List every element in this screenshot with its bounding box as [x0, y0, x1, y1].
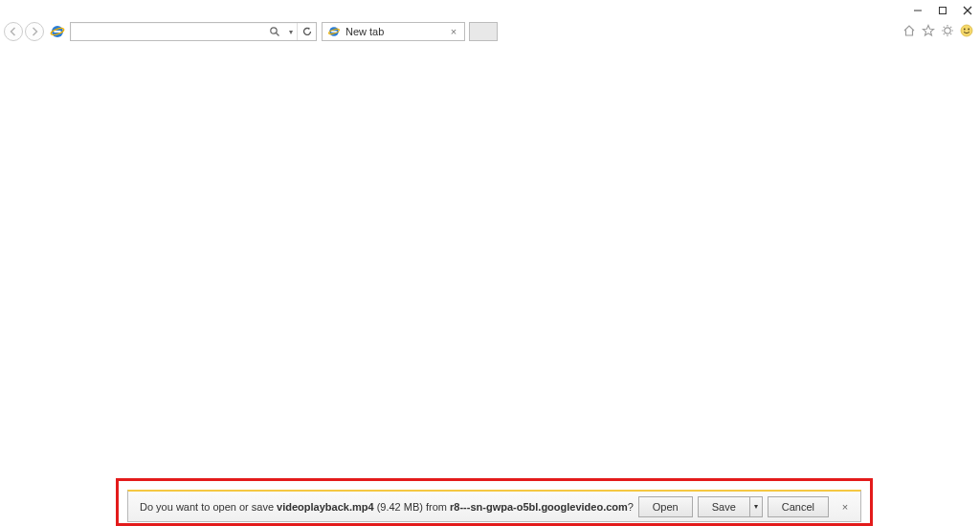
forward-button[interactable]	[25, 22, 44, 41]
new-tab-button[interactable]	[469, 22, 498, 41]
svg-point-22	[964, 29, 966, 31]
notify-size: (9.42 MB)	[374, 501, 426, 513]
tab-close-button[interactable]: ×	[447, 25, 460, 38]
back-button[interactable]	[4, 22, 23, 41]
download-message: Do you want to open or save videoplaybac…	[140, 501, 638, 513]
svg-rect-6	[55, 31, 61, 33]
favorites-icon[interactable]	[921, 23, 936, 38]
browser-tab[interactable]: New tab ×	[322, 22, 465, 41]
notify-pre: Do you want to open or save	[140, 501, 277, 513]
cancel-button[interactable]: Cancel	[768, 496, 829, 517]
annotation-highlight-box: Do you want to open or save videoplaybac…	[116, 478, 873, 526]
tab-favicon-icon	[326, 24, 342, 39]
download-notification-bar: Do you want to open or save videoplaybac…	[127, 490, 861, 522]
search-icon[interactable]	[264, 26, 285, 37]
svg-point-23	[968, 29, 969, 31]
svg-point-12	[945, 28, 950, 33]
smiley-icon[interactable]	[959, 23, 974, 38]
svg-line-20	[950, 27, 951, 28]
svg-rect-11	[331, 31, 337, 33]
save-button-group: Save ▾	[698, 496, 763, 517]
tools-icon[interactable]	[940, 23, 955, 38]
svg-line-17	[944, 27, 945, 28]
maximize-button[interactable]	[930, 0, 955, 21]
home-icon[interactable]	[902, 23, 917, 38]
minimize-button[interactable]	[905, 0, 930, 21]
svg-line-8	[277, 33, 279, 36]
notify-q: ?	[628, 501, 634, 513]
svg-line-18	[950, 33, 951, 34]
search-dropdown-icon[interactable]: ▾	[285, 28, 297, 36]
command-bar	[902, 23, 974, 38]
notify-from: from	[426, 501, 450, 513]
url-input[interactable]	[71, 26, 264, 37]
close-window-button[interactable]	[955, 0, 980, 21]
notify-host: r8---sn-gwpa-o5bl.googlevideo.com	[450, 501, 628, 513]
svg-point-7	[271, 28, 277, 33]
address-bar[interactable]: ▾	[70, 22, 317, 41]
save-dropdown-button[interactable]: ▾	[749, 496, 763, 517]
notify-close-button[interactable]: ×	[837, 499, 853, 515]
svg-point-21	[961, 25, 972, 36]
notify-filename: videoplayback.mp4	[277, 501, 374, 513]
window-controls	[905, 0, 980, 21]
open-button[interactable]: Open	[638, 496, 693, 517]
svg-rect-1	[940, 8, 947, 14]
ie-logo-icon	[48, 22, 67, 41]
svg-line-19	[944, 33, 945, 34]
refresh-button[interactable]	[297, 23, 316, 40]
tab-title: New tab	[345, 26, 447, 37]
navigation-bar: ▾ New tab ×	[0, 21, 980, 42]
notify-actions: Open Save ▾ Cancel ×	[638, 496, 853, 517]
save-button[interactable]: Save	[698, 496, 749, 517]
